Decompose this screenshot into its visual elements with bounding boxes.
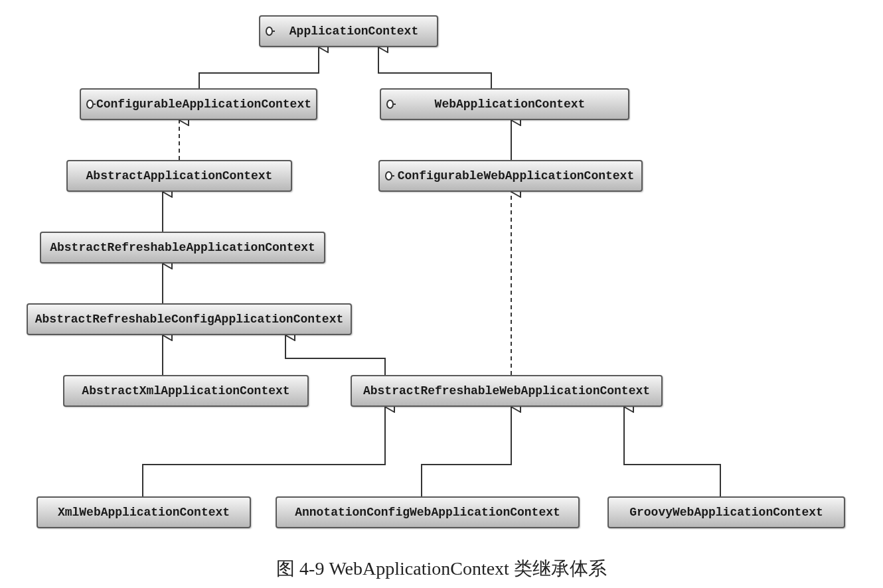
uml-diagram: ApplicationContext ConfigurableApplicati… bbox=[0, 0, 883, 588]
node-label: AbstractRefreshableConfigApplicationCont… bbox=[35, 313, 343, 326]
node-label: AbstractApplicationContext bbox=[86, 169, 273, 183]
node-label: AnnotationConfigWebApplicationContext bbox=[295, 506, 560, 519]
node-label: ConfigurableApplicationContext bbox=[96, 98, 311, 111]
node-application-context: ApplicationContext bbox=[259, 15, 438, 47]
node-abstract-refreshable-config-application-context: AbstractRefreshableConfigApplicationCont… bbox=[27, 303, 352, 335]
node-label: ConfigurableWebApplicationContext bbox=[398, 169, 634, 183]
node-abstract-xml-application-context: AbstractXmlApplicationContext bbox=[63, 375, 309, 407]
node-annotation-config-web-application-context: AnnotationConfigWebApplicationContext bbox=[276, 496, 580, 528]
node-label: AbstractRefreshableApplicationContext bbox=[50, 241, 315, 254]
node-label: ApplicationContext bbox=[289, 25, 418, 38]
node-abstract-application-context: AbstractApplicationContext bbox=[66, 160, 292, 192]
node-label: GroovyWebApplicationContext bbox=[629, 506, 823, 519]
node-configurable-application-context: ConfigurableApplicationContext bbox=[80, 88, 317, 120]
interface-icon bbox=[386, 100, 396, 109]
node-groovy-web-application-context: GroovyWebApplicationContext bbox=[607, 496, 845, 528]
node-configurable-web-application-context: ConfigurableWebApplicationContext bbox=[378, 160, 643, 192]
figure-caption: 图 4-9 WebApplicationContext 类继承体系 bbox=[0, 556, 883, 581]
node-label: XmlWebApplicationContext bbox=[58, 506, 230, 519]
node-label: AbstractRefreshableWebApplicationContext bbox=[363, 384, 650, 398]
node-web-application-context: WebApplicationContext bbox=[380, 88, 629, 120]
caption-text: 图 4-9 WebApplicationContext 类继承体系 bbox=[276, 558, 607, 579]
interface-icon bbox=[86, 100, 96, 109]
interface-icon bbox=[266, 27, 275, 36]
node-label: WebApplicationContext bbox=[435, 98, 586, 111]
node-abstract-refreshable-application-context: AbstractRefreshableApplicationContext bbox=[40, 232, 325, 263]
node-abstract-refreshable-web-application-context: AbstractRefreshableWebApplicationContext bbox=[351, 375, 663, 407]
interface-icon bbox=[385, 171, 394, 181]
node-xml-web-application-context: XmlWebApplicationContext bbox=[37, 496, 251, 528]
node-label: AbstractXmlApplicationContext bbox=[82, 384, 289, 398]
